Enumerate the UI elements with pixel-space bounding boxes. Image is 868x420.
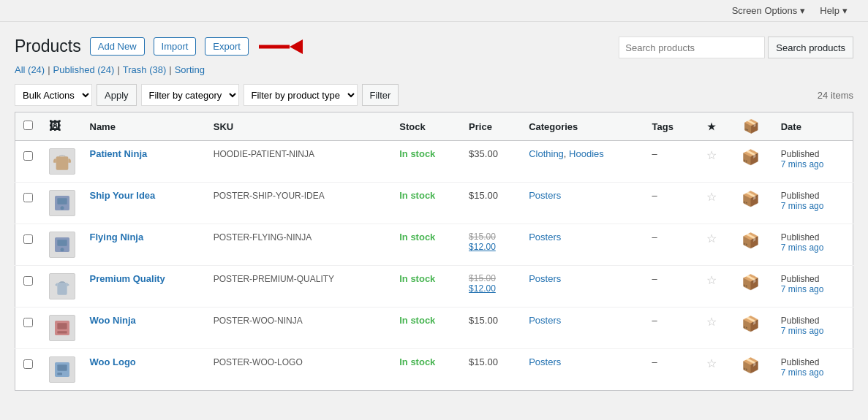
product-type-icon: 📦 <box>741 191 760 207</box>
row-checkbox[interactable] <box>23 193 33 202</box>
svg-rect-13 <box>57 373 62 375</box>
product-sku: POSTER-SHIP-YOUR-IDEA <box>214 191 325 201</box>
export-button[interactable]: Export <box>205 37 249 56</box>
product-date-cell: Published 7 mins ago <box>774 266 853 308</box>
filter-published-link[interactable]: Published (24) <box>53 64 115 75</box>
price-old: $15.00 <box>469 273 514 283</box>
category-link[interactable]: Posters <box>529 273 561 284</box>
product-price-cell: $15.00 <box>461 183 521 224</box>
screen-options-button[interactable]: Screen Options ▾ <box>726 1 812 21</box>
product-date-time[interactable]: 7 mins ago <box>781 201 845 211</box>
category-link[interactable]: Posters <box>529 190 561 201</box>
product-sku: POSTER-PREMIUM-QUALITY <box>214 274 334 284</box>
product-stock: In stock <box>399 356 435 367</box>
product-featured-cell: ☆ <box>694 266 728 308</box>
filter-type-select[interactable]: Filter by product type <box>244 84 358 106</box>
product-tags-cell: – <box>644 308 694 349</box>
add-new-button[interactable]: Add New <box>90 37 145 56</box>
product-name-link[interactable]: Woo Logo <box>90 356 136 367</box>
product-name-link[interactable]: Premium Quality <box>90 273 165 284</box>
featured-star-icon[interactable]: ☆ <box>706 316 717 328</box>
product-stock-cell: In stock <box>392 349 461 391</box>
featured-star-icon[interactable]: ☆ <box>706 274 717 286</box>
help-button[interactable]: Help ▾ <box>814 1 853 21</box>
product-date-cell: Published 7 mins ago <box>774 349 853 391</box>
product-sku-cell: POSTER-WOO-LOGO <box>206 349 392 391</box>
product-date-status: Published <box>781 357 820 367</box>
product-stock-cell: In stock <box>392 224 461 266</box>
product-sku-cell: POSTER-FLYING-NINJA <box>206 224 392 266</box>
product-name-link[interactable]: Ship Your Idea <box>90 190 156 201</box>
product-categories-cell: Posters <box>521 224 644 266</box>
categories-col-header: Categories <box>521 112 644 141</box>
category-link[interactable]: Hoodies <box>569 148 604 159</box>
bulk-actions-select[interactable]: Bulk Actions <box>15 84 92 106</box>
table-row: Patient Ninja HOODIE-PATIENT-NINJA In st… <box>15 141 853 183</box>
featured-star-icon[interactable]: ☆ <box>706 149 717 161</box>
product-date-time[interactable]: 7 mins ago <box>781 367 845 378</box>
featured-star-icon[interactable]: ☆ <box>706 232 717 245</box>
product-type-icon: 📦 <box>741 149 760 165</box>
product-date-time[interactable]: 7 mins ago <box>781 284 845 294</box>
product-type-icon: 📦 <box>741 357 760 373</box>
product-price-cell: $15.00 $12.00 <box>461 224 521 266</box>
category-link[interactable]: Posters <box>529 315 561 326</box>
search-products-button[interactable]: Search products <box>768 37 853 58</box>
product-tags-cell: – <box>644 349 694 391</box>
product-name-cell: Flying Ninja <box>83 224 206 266</box>
row-checkbox-cell <box>15 349 42 391</box>
row-checkbox-cell <box>15 224 42 266</box>
filter-category-select[interactable]: Filter by category <box>141 84 239 106</box>
category-link[interactable]: Posters <box>529 356 561 367</box>
row-checkbox-cell <box>15 266 42 308</box>
category-link[interactable]: Posters <box>529 232 561 243</box>
row-checkbox[interactable] <box>23 234 33 244</box>
row-checkbox[interactable] <box>23 318 33 327</box>
product-tags-cell: – <box>644 183 694 224</box>
price-new: $12.00 <box>469 242 514 252</box>
table-row: Ship Your Idea POSTER-SHIP-YOUR-IDEA In … <box>15 183 853 224</box>
product-tags: – <box>652 190 657 201</box>
product-featured-cell: ☆ <box>694 183 728 224</box>
type-col-header: 📦 <box>728 112 774 141</box>
name-col-header: Name <box>83 112 206 141</box>
apply-button[interactable]: Apply <box>97 84 137 106</box>
product-name-link[interactable]: Woo Ninja <box>90 315 136 326</box>
product-sku-cell: POSTER-WOO-NINJA <box>206 308 392 349</box>
product-type-cell: 📦 <box>728 308 774 349</box>
product-date-time[interactable]: 7 mins ago <box>781 243 845 253</box>
filter-all-link[interactable]: All (24) <box>15 64 45 75</box>
help-label: Help <box>820 5 839 16</box>
filter-trash-link[interactable]: Trash (38) <box>123 64 166 75</box>
featured-star-icon[interactable]: ☆ <box>706 191 717 203</box>
category-link[interactable]: Clothing <box>529 148 564 159</box>
product-thumbnail <box>49 273 75 299</box>
product-date-status: Published <box>781 191 820 201</box>
product-date-cell: Published 7 mins ago <box>774 308 853 349</box>
screen-options-chevron: ▾ <box>800 5 805 16</box>
featured-star-icon[interactable]: ☆ <box>706 357 717 370</box>
filter-button[interactable]: Filter <box>362 84 399 106</box>
product-name-cell: Ship Your Idea <box>83 183 206 224</box>
product-tags: – <box>652 315 657 326</box>
product-type-cell: 📦 <box>728 266 774 308</box>
row-checkbox[interactable] <box>23 151 33 161</box>
product-name-link[interactable]: Patient Ninja <box>90 148 148 159</box>
product-date-time[interactable]: 7 mins ago <box>781 159 845 169</box>
product-sku: POSTER-WOO-LOGO <box>214 357 303 367</box>
product-stock: In stock <box>399 315 435 326</box>
product-name-link[interactable]: Flying Ninja <box>90 232 144 243</box>
product-tags-cell: – <box>644 266 694 308</box>
row-checkbox[interactable] <box>23 276 33 286</box>
product-categories-cell: Posters <box>521 308 644 349</box>
product-stock-cell: In stock <box>392 141 461 183</box>
table-row: Woo Ninja POSTER-WOO-NINJA In stock $15.… <box>15 308 853 349</box>
product-image-cell <box>42 141 83 183</box>
product-date-time[interactable]: 7 mins ago <box>781 326 845 336</box>
filter-sorting-link[interactable]: Sorting <box>175 64 205 75</box>
search-input[interactable] <box>619 37 765 58</box>
import-button[interactable]: Import <box>154 37 197 56</box>
product-name-cell: Woo Ninja <box>83 308 206 349</box>
select-all-checkbox[interactable] <box>23 121 33 130</box>
row-checkbox[interactable] <box>23 359 33 369</box>
